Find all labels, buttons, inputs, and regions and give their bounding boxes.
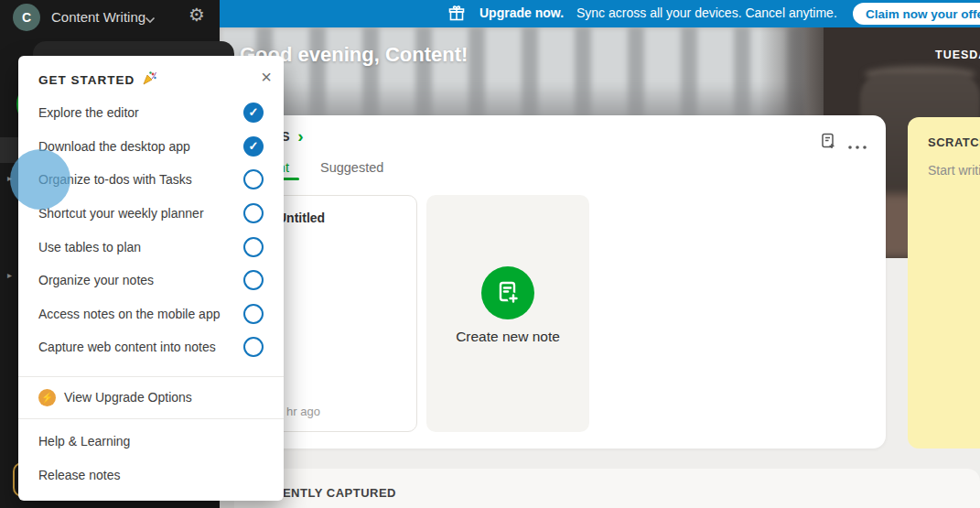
- new-note-icon[interactable]: [820, 133, 836, 153]
- release-notes-link[interactable]: Release notes: [38, 468, 121, 482]
- note-card-timestamp: hr ago: [286, 405, 320, 418]
- help-learning-link[interactable]: Help & Learning: [38, 434, 130, 449]
- checklist-item[interactable]: Access notes on the mobile app: [38, 297, 264, 330]
- divider: [18, 418, 284, 419]
- scratchpad-panel[interactable]: SCRATCHPAD Start writing...: [908, 117, 980, 449]
- checklist-item[interactable]: Organize to-dos with Tasks: [38, 162, 264, 196]
- get-started-popup: GET STARTED × Explore the editor ✓ Downl…: [18, 56, 284, 501]
- lightning-icon: ⚡: [38, 389, 56, 406]
- create-new-note-card[interactable]: Create new note: [426, 195, 589, 432]
- upgrade-banner: Upgrade now. Sync across all your device…: [220, 0, 980, 27]
- banner-message: Sync across all your devices. Cancel any…: [576, 5, 837, 20]
- checklist-item[interactable]: Use tables to plan: [38, 230, 264, 264]
- claim-offer-button[interactable]: Claim now your offer: [853, 3, 980, 25]
- checklist-item[interactable]: Capture web content into notes: [38, 330, 264, 363]
- checklist-item[interactable]: Explore the editor ✓: [38, 95, 264, 129]
- banner-upgrade-text: Upgrade now.: [479, 5, 564, 20]
- checkbox-unchecked-icon[interactable]: [243, 270, 264, 290]
- checkbox-unchecked-icon[interactable]: [243, 337, 264, 357]
- chevron-down-icon[interactable]: [145, 11, 156, 27]
- expand-arrow-icon[interactable]: ▸: [7, 173, 12, 183]
- checkbox-unchecked-icon[interactable]: [243, 237, 264, 257]
- gift-icon: [448, 5, 465, 22]
- checkbox-unchecked-icon[interactable]: [243, 203, 264, 223]
- checkbox-checked-icon[interactable]: ✓: [243, 136, 264, 157]
- checklist-item[interactable]: Download the desktop app ✓: [38, 129, 264, 163]
- notes-panel: NOTES › Recent Suggested Untitled hr ago: [234, 115, 886, 449]
- scratchpad-title: SCRATCHPAD: [928, 135, 980, 149]
- checklist-item[interactable]: Shortcut your weekly planner: [38, 196, 264, 230]
- create-note-label: Create new note: [426, 329, 589, 345]
- note-card-title: Untitled: [277, 211, 325, 225]
- scratchpad-placeholder: Start writing...: [928, 163, 980, 178]
- close-icon[interactable]: ×: [261, 67, 272, 88]
- recently-captured-panel: RECENTLY CAPTURED: [234, 469, 980, 508]
- more-options-icon[interactable]: [847, 137, 867, 154]
- checkbox-unchecked-icon[interactable]: [243, 169, 264, 189]
- workspace-name[interactable]: Content Writing: [51, 9, 145, 25]
- create-note-icon: [481, 266, 534, 319]
- get-started-title: GET STARTED: [38, 73, 135, 87]
- checkbox-unchecked-icon[interactable]: [243, 304, 264, 324]
- checkbox-checked-icon[interactable]: ✓: [243, 103, 264, 123]
- view-upgrade-options[interactable]: ⚡ View Upgrade Options: [38, 378, 192, 416]
- expand-arrow-icon[interactable]: ▸: [7, 270, 12, 280]
- divider: [18, 376, 284, 377]
- avatar[interactable]: C: [13, 4, 40, 31]
- gear-icon[interactable]: ⚙: [188, 4, 205, 26]
- chevron-right-icon: ›: [297, 130, 303, 143]
- party-popper-icon: [142, 70, 157, 90]
- tab-suggested[interactable]: Suggested: [320, 160, 383, 175]
- date-label: TUESDAY: [935, 49, 980, 61]
- checklist-item[interactable]: Organize your notes: [38, 263, 264, 297]
